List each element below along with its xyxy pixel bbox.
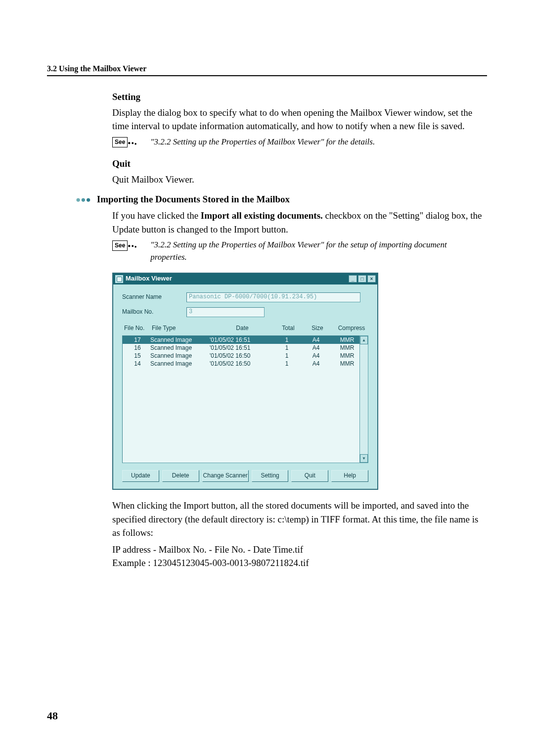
cell-file-no: 14 bbox=[125, 360, 150, 368]
importing-heading-row: ●●● Importing the Documents Stored in th… bbox=[76, 194, 487, 205]
scroll-up-button[interactable]: ▲ bbox=[360, 336, 368, 344]
list-row[interactable]: 14Scanned Image'01/05/02 16:501A4MMR bbox=[123, 360, 359, 368]
importing-body: If you have clicked the Import all exist… bbox=[112, 209, 482, 236]
cell-size: A4 bbox=[302, 360, 330, 368]
cell-size: A4 bbox=[302, 352, 330, 360]
see-label-box: See bbox=[112, 240, 128, 251]
setting-button[interactable]: Setting bbox=[252, 470, 289, 482]
after-p2: IP address - Mailbox No. - File No. - Da… bbox=[112, 543, 482, 557]
cell-date: '01/05/02 16:51 bbox=[210, 336, 272, 344]
importing-body-pre: If you have clicked the bbox=[112, 210, 201, 221]
col-size[interactable]: Size bbox=[303, 324, 332, 332]
scroll-down-button[interactable]: ▼ bbox=[360, 454, 368, 463]
update-button[interactable]: Update bbox=[122, 470, 159, 482]
cell-compress: MMR bbox=[330, 352, 360, 360]
see-dots-icon: ●●● bbox=[128, 239, 141, 251]
quit-heading: Quit bbox=[112, 157, 482, 171]
maximize-button[interactable]: □ bbox=[358, 275, 366, 283]
cell-file-no: 17 bbox=[125, 336, 150, 344]
cell-date: '01/05/02 16:51 bbox=[210, 344, 272, 352]
section-header: 3.2 Using the Mailbox Viewer bbox=[47, 64, 487, 76]
cell-file-type: Scanned Image bbox=[150, 360, 210, 368]
help-button[interactable]: Help bbox=[331, 470, 368, 482]
quit-body: Quit Mailbox Viewer. bbox=[112, 173, 482, 187]
col-file-type[interactable]: File Type bbox=[152, 324, 211, 332]
cell-total: 1 bbox=[272, 360, 302, 368]
setting-see-text: "3.2.2 Setting up the Properties of Mail… bbox=[150, 137, 375, 146]
file-list[interactable]: 17Scanned Image'01/05/02 16:511A4MMR16Sc… bbox=[122, 335, 360, 463]
change-scanner-button[interactable]: Change Scanner bbox=[202, 470, 249, 482]
col-compress[interactable]: Compress bbox=[332, 324, 371, 332]
cell-file-type: Scanned Image bbox=[150, 336, 210, 344]
cell-size: A4 bbox=[302, 336, 330, 344]
heading-bullets-icon: ●●● bbox=[76, 195, 91, 204]
cell-total: 1 bbox=[272, 344, 302, 352]
see-label-box: See bbox=[112, 137, 128, 147]
delete-button[interactable]: Delete bbox=[162, 470, 199, 482]
scanner-name-field[interactable]: Panasonic DP-6000/7000(10.91.234.95) bbox=[186, 292, 360, 302]
scrollbar[interactable]: ▲ ▼ bbox=[360, 335, 368, 463]
after-p3: Example : 123045123045-003-0013-98072118… bbox=[112, 556, 482, 570]
see-dots-icon: ●●● bbox=[128, 136, 141, 148]
cell-total: 1 bbox=[272, 352, 302, 360]
setting-heading: Setting bbox=[112, 90, 482, 104]
close-button[interactable]: × bbox=[367, 275, 376, 283]
window-title: Mailbox Viewer bbox=[126, 274, 172, 284]
cell-date: '01/05/02 16:50 bbox=[210, 352, 272, 360]
after-p1: When clicking the Import button, all the… bbox=[112, 499, 482, 540]
list-row[interactable]: 16Scanned Image'01/05/02 16:511A4MMR bbox=[123, 344, 359, 352]
cell-file-no: 16 bbox=[125, 344, 150, 352]
setting-see-line: See●●●"3.2.2 Setting up the Properties o… bbox=[112, 136, 482, 148]
minimize-button[interactable]: _ bbox=[349, 275, 357, 283]
app-icon bbox=[115, 275, 123, 283]
titlebar[interactable]: Mailbox Viewer _ □ × bbox=[113, 274, 377, 284]
cell-file-no: 15 bbox=[125, 352, 150, 360]
scanner-name-label: Scanner Name bbox=[122, 293, 186, 301]
mailbox-viewer-window: Mailbox Viewer _ □ × Scanner Name Panaso… bbox=[112, 273, 378, 490]
cell-compress: MMR bbox=[330, 360, 360, 368]
importing-see-text: "3.2.2 Setting up the Properties of Mail… bbox=[150, 239, 467, 263]
cell-total: 1 bbox=[272, 336, 302, 344]
col-file-no[interactable]: File No. bbox=[124, 324, 152, 332]
importing-heading: Importing the Documents Stored in the Ma… bbox=[97, 194, 290, 204]
cell-file-type: Scanned Image bbox=[150, 344, 210, 352]
quit-button[interactable]: Quit bbox=[291, 470, 328, 482]
cell-file-type: Scanned Image bbox=[150, 352, 210, 360]
cell-date: '01/05/02 16:50 bbox=[210, 360, 272, 368]
cell-compress: MMR bbox=[330, 336, 360, 344]
list-row[interactable]: 15Scanned Image'01/05/02 16:501A4MMR bbox=[123, 352, 359, 360]
importing-see-line: See●●● "3.2.2 Setting up the Properties … bbox=[112, 239, 482, 263]
cell-compress: MMR bbox=[330, 344, 360, 352]
mailbox-no-field[interactable]: 3 bbox=[186, 307, 265, 317]
importing-body-bold: Import all existing documents. bbox=[201, 210, 323, 221]
setting-body: Display the dialog box to specify what t… bbox=[112, 106, 482, 133]
mailbox-no-label: Mailbox No. bbox=[122, 308, 186, 316]
col-date[interactable]: Date bbox=[211, 324, 273, 332]
cell-size: A4 bbox=[302, 344, 330, 352]
col-total[interactable]: Total bbox=[273, 324, 303, 332]
page-number: 48 bbox=[47, 709, 58, 722]
list-headers: File No. File Type Date Total Size Compr… bbox=[122, 322, 368, 335]
list-row[interactable]: 17Scanned Image'01/05/02 16:511A4MMR bbox=[123, 336, 359, 344]
